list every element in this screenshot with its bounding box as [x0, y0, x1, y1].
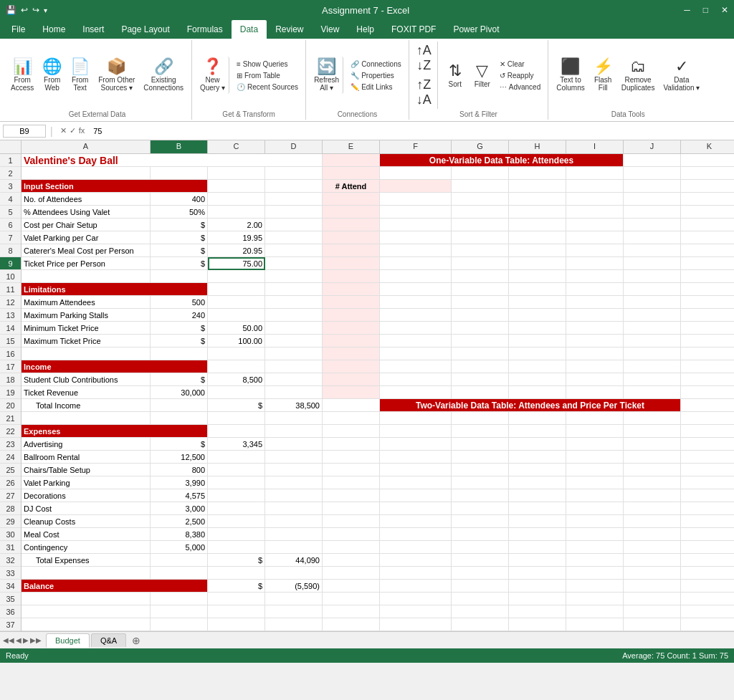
- cell[interactable]: [509, 593, 566, 605]
- cell[interactable]: [452, 167, 509, 180]
- cell[interactable]: [265, 528, 323, 541]
- cell[interactable]: [566, 219, 624, 231]
- remove-duplicates-button[interactable]: 🗂 RemoveDuplicates: [618, 57, 659, 94]
- advanced-button[interactable]: ⋯ Advanced: [497, 82, 543, 92]
- cell[interactable]: [208, 541, 265, 554]
- cell[interactable]: [208, 167, 265, 180]
- cell[interactable]: $: [208, 554, 265, 567]
- row-number-19[interactable]: 19: [0, 386, 21, 399]
- cell[interactable]: Valet Parking per Car: [22, 231, 151, 244]
- ribbon-tab-help[interactable]: Help: [348, 20, 383, 39]
- cell[interactable]: [624, 528, 681, 541]
- cell[interactable]: 240: [151, 309, 208, 322]
- cell[interactable]: [624, 618, 681, 631]
- filter-button[interactable]: ▽ Filter: [470, 61, 495, 90]
- cell[interactable]: 400: [151, 193, 208, 206]
- cell[interactable]: 12,500: [151, 451, 208, 464]
- row-number-25[interactable]: 25: [0, 464, 21, 476]
- cell[interactable]: [509, 335, 566, 347]
- cell[interactable]: Limitations: [22, 283, 208, 296]
- row-number-4[interactable]: 4: [0, 193, 21, 206]
- flash-fill-button[interactable]: ⚡ FlashFill: [590, 57, 616, 94]
- cell[interactable]: [208, 360, 265, 373]
- cell[interactable]: [509, 270, 566, 283]
- cell[interactable]: [323, 605, 380, 618]
- cell[interactable]: [509, 180, 566, 193]
- cell[interactable]: [380, 605, 452, 618]
- col-header-F[interactable]: F: [380, 140, 452, 153]
- cell[interactable]: [681, 167, 734, 180]
- cell[interactable]: [22, 412, 151, 425]
- row-number-21[interactable]: 21: [0, 412, 21, 425]
- cell[interactable]: [323, 322, 380, 335]
- cell[interactable]: Minimum Ticket Price: [22, 322, 151, 335]
- cell[interactable]: [681, 347, 734, 360]
- cell[interactable]: 19.95: [208, 231, 265, 244]
- cell[interactable]: Input Section: [22, 180, 208, 193]
- cell[interactable]: [151, 618, 208, 631]
- cell[interactable]: [566, 425, 624, 438]
- cell[interactable]: [323, 219, 380, 231]
- row-number-24[interactable]: 24: [0, 451, 21, 464]
- col-header-G[interactable]: G: [452, 140, 509, 153]
- cell[interactable]: [323, 528, 380, 541]
- cell[interactable]: [452, 489, 509, 502]
- row-number-3[interactable]: 3: [0, 180, 21, 193]
- cell[interactable]: [624, 425, 681, 438]
- cell[interactable]: [380, 219, 452, 231]
- cell[interactable]: [380, 283, 452, 296]
- cell[interactable]: $: [151, 322, 208, 335]
- cell[interactable]: [452, 464, 509, 476]
- cell[interactable]: [566, 283, 624, 296]
- cell[interactable]: [265, 180, 323, 193]
- cell[interactable]: [624, 347, 681, 360]
- cell[interactable]: [566, 464, 624, 476]
- cell[interactable]: [624, 515, 681, 528]
- cell[interactable]: [452, 593, 509, 605]
- cell[interactable]: [323, 412, 380, 425]
- cell[interactable]: [380, 580, 452, 593]
- cell[interactable]: [566, 206, 624, 219]
- cell[interactable]: [566, 541, 624, 554]
- cell[interactable]: [681, 244, 734, 257]
- cell[interactable]: [151, 167, 208, 180]
- cell[interactable]: [452, 283, 509, 296]
- cell[interactable]: $: [151, 438, 208, 451]
- cell[interactable]: 30,000: [151, 386, 208, 399]
- cell[interactable]: [624, 231, 681, 244]
- cell[interactable]: [624, 244, 681, 257]
- clear-button[interactable]: ✕ Clear: [497, 59, 543, 69]
- cell[interactable]: 4,575: [151, 489, 208, 502]
- cell[interactable]: [624, 270, 681, 283]
- cell[interactable]: [681, 360, 734, 373]
- cell[interactable]: [681, 180, 734, 193]
- cell[interactable]: [681, 296, 734, 309]
- cell[interactable]: [323, 154, 380, 167]
- cell[interactable]: 75.00: [208, 257, 265, 270]
- cell[interactable]: $: [151, 335, 208, 347]
- edit-links-button[interactable]: ✏️ Edit Links: [348, 82, 404, 92]
- confirm-formula-icon[interactable]: ✓: [70, 126, 76, 135]
- col-header-K[interactable]: K: [681, 140, 734, 153]
- cell[interactable]: [452, 244, 509, 257]
- cell[interactable]: [323, 335, 380, 347]
- col-header-A[interactable]: A: [22, 140, 151, 153]
- cell[interactable]: [323, 386, 380, 399]
- cell[interactable]: [624, 412, 681, 425]
- cell[interactable]: [323, 167, 380, 180]
- cell[interactable]: [323, 489, 380, 502]
- cell[interactable]: Balance: [22, 580, 208, 593]
- cell[interactable]: [509, 167, 566, 180]
- row-number-10[interactable]: 10: [0, 270, 21, 283]
- cell[interactable]: No. of Attendees: [22, 193, 151, 206]
- cell[interactable]: [624, 476, 681, 489]
- cell[interactable]: [323, 296, 380, 309]
- cell[interactable]: [265, 296, 323, 309]
- cell[interactable]: [509, 618, 566, 631]
- cell[interactable]: DJ Cost: [22, 502, 151, 515]
- insert-function-icon[interactable]: fx: [79, 126, 85, 135]
- cell[interactable]: [265, 618, 323, 631]
- ribbon-tab-foxit-pdf[interactable]: FOXIT PDF: [383, 20, 444, 39]
- cell[interactable]: [509, 347, 566, 360]
- cell[interactable]: [323, 567, 380, 580]
